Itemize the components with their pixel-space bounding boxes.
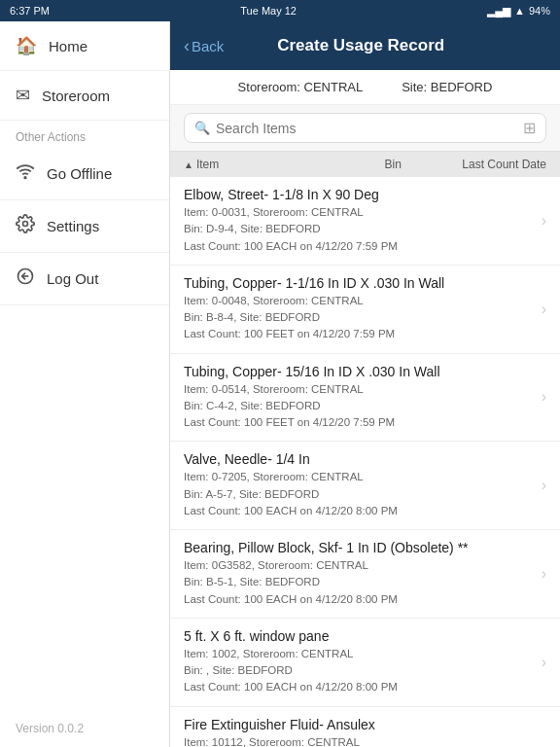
back-chevron-icon: ‹ <box>184 36 190 56</box>
back-label: Back <box>192 38 224 54</box>
chevron-right-icon: › <box>542 565 546 583</box>
storeroom-label: Storeroom: CENTRAL <box>238 80 364 94</box>
search-container: 🔍 ⊞ <box>170 105 560 152</box>
list-item-content: Tubing, Copper- 1-1/16 In ID X .030 In W… <box>184 275 534 343</box>
signal-icon: ▂▄▆ <box>487 5 510 18</box>
storeroom-info: Storeroom: CENTRAL Site: BEDFORD <box>170 70 560 105</box>
sidebar-item-storeroom[interactable]: ✉ Storeroom <box>0 71 169 121</box>
sidebar-item-home[interactable]: 🏠 Home <box>0 21 169 71</box>
battery-level: 94% <box>529 5 550 17</box>
logout-icon <box>16 267 35 291</box>
item-bin: Bin: , Site: BEDFORD <box>184 662 534 679</box>
list-item-content: Tubing, Copper- 15/16 In ID X .030 In Wa… <box>184 364 534 432</box>
storeroom-icon: ✉ <box>16 85 30 106</box>
item-last-count: Last Count: 100 EACH on 4/12/20 7:59 PM <box>184 238 534 255</box>
wifi-icon: ▲ <box>514 5 525 17</box>
col-date-header: Last Count Date <box>435 158 546 171</box>
log-out-label: Log Out <box>47 270 98 287</box>
list-item-content: Bearing, Pillow Block, Skf- 1 In ID (Obs… <box>184 540 534 608</box>
items-list: Elbow, Street- 1-1/8 In X 90 Deg Item: 0… <box>170 177 560 747</box>
item-name: Tubing, Copper- 15/16 In ID X .030 In Wa… <box>184 364 534 379</box>
home-icon: 🏠 <box>16 35 37 56</box>
search-icon: 🔍 <box>194 121 210 135</box>
col-item-header[interactable]: ▲ Item <box>184 158 351 171</box>
list-item[interactable]: 5 ft. X 6 ft. window pane Item: 1002, St… <box>170 619 560 707</box>
page-title: Create Usage Record <box>233 36 488 55</box>
version-label: Version 0.0.2 <box>0 710 169 747</box>
list-item-content: Fire Extinguisher Fluid- Ansulex Item: 1… <box>184 717 534 748</box>
list-item-content: 5 ft. X 6 ft. window pane Item: 1002, St… <box>184 628 534 696</box>
status-date: Tue May 12 <box>240 5 297 17</box>
item-name: 5 ft. X 6 ft. window pane <box>184 628 534 644</box>
wifi-off-icon <box>16 161 35 186</box>
settings-label: Settings <box>47 218 99 234</box>
list-item[interactable]: Fire Extinguisher Fluid- Ansulex Item: 1… <box>170 707 560 748</box>
sidebar: 🏠 Home ✉ Storeroom Other Actions Go Offl… <box>0 21 170 747</box>
item-last-count: Last Count: 100 FEET on 4/12/20 7:59 PM <box>184 326 534 342</box>
list-item[interactable]: Valve, Needle- 1/4 In Item: 0-7205, Stor… <box>170 442 560 530</box>
sort-arrow-icon: ▲ <box>184 160 193 170</box>
list-item-content: Elbow, Street- 1-1/8 In X 90 Deg Item: 0… <box>184 187 534 255</box>
item-bin: Bin: C-4-2, Site: BEDFORD <box>184 398 534 414</box>
item-last-count: Last Count: 100 EACH on 4/12/20 8:00 PM <box>184 591 534 608</box>
status-time: 6:37 PM <box>10 5 50 17</box>
item-number: Item: 0-0514, Storeroom: CENTRAL <box>184 381 534 398</box>
item-name: Bearing, Pillow Block, Skf- 1 In ID (Obs… <box>184 540 534 555</box>
status-bar: 6:37 PM Tue May 12 ▂▄▆ ▲ 94% <box>0 0 560 21</box>
item-name: Tubing, Copper- 1-1/16 In ID X .030 In W… <box>184 275 534 291</box>
sidebar-item-log-out[interactable]: Log Out <box>0 253 169 305</box>
header: ‹ Back Create Usage Record <box>170 21 560 70</box>
item-number: Item: 1002, Storeroom: CENTRAL <box>184 646 534 662</box>
list-item[interactable]: Tubing, Copper- 15/16 In ID X .030 In Wa… <box>170 354 560 443</box>
item-bin: Bin: A-5-7, Site: BEDFORD <box>184 486 534 503</box>
item-number: Item: 10112, Storeroom: CENTRAL <box>184 734 534 748</box>
search-input[interactable] <box>216 121 523 136</box>
sidebar-item-go-offline[interactable]: Go Offline <box>0 148 169 200</box>
list-item-content: Valve, Needle- 1/4 In Item: 0-7205, Stor… <box>184 451 534 519</box>
list-item[interactable]: Bearing, Pillow Block, Skf- 1 In ID (Obs… <box>170 530 560 619</box>
barcode-icon[interactable]: ⊞ <box>523 119 536 137</box>
item-last-count: Last Count: 100 EACH on 4/12/20 8:00 PM <box>184 503 534 519</box>
table-header: ▲ Item Bin Last Count Date <box>170 152 560 177</box>
svg-point-1 <box>23 222 28 227</box>
chevron-right-icon: › <box>542 388 546 406</box>
item-bin: Bin: B-8-4, Site: BEDFORD <box>184 309 534 326</box>
site-label: Site: BEDFORD <box>402 80 492 94</box>
go-offline-label: Go Offline <box>47 165 112 182</box>
chevron-right-icon: › <box>542 654 546 671</box>
item-last-count: Last Count: 100 EACH on 4/12/20 8:00 PM <box>184 679 534 695</box>
chevron-right-icon: › <box>542 212 546 230</box>
list-item[interactable]: Tubing, Copper- 1-1/16 In ID X .030 In W… <box>170 266 560 354</box>
item-number: Item: 0-0048, Storeroom: CENTRAL <box>184 293 534 309</box>
chevron-right-icon: › <box>542 741 546 747</box>
list-item[interactable]: Elbow, Street- 1-1/8 In X 90 Deg Item: 0… <box>170 177 560 266</box>
item-name: Fire Extinguisher Fluid- Ansulex <box>184 717 534 732</box>
back-button[interactable]: ‹ Back <box>184 36 224 56</box>
svg-point-0 <box>24 177 26 179</box>
col-bin-header: Bin <box>351 158 435 171</box>
status-indicators: ▂▄▆ ▲ 94% <box>487 5 550 18</box>
settings-icon <box>16 214 35 238</box>
item-number: Item: 0G3582, Storeroom: CENTRAL <box>184 557 534 574</box>
item-name: Elbow, Street- 1-1/8 In X 90 Deg <box>184 187 534 202</box>
item-bin: Bin: B-5-1, Site: BEDFORD <box>184 574 534 590</box>
item-number: Item: 0-0031, Storeroom: CENTRAL <box>184 204 534 221</box>
other-actions-label: Other Actions <box>0 121 169 148</box>
item-name: Valve, Needle- 1/4 In <box>184 451 534 467</box>
sidebar-item-settings[interactable]: Settings <box>0 200 169 253</box>
sidebar-storeroom-label: Storeroom <box>42 88 110 104</box>
sidebar-home-label: Home <box>49 38 88 54</box>
search-input-wrapper[interactable]: 🔍 ⊞ <box>184 113 546 143</box>
item-bin: Bin: D-9-4, Site: BEDFORD <box>184 221 534 237</box>
item-number: Item: 0-7205, Storeroom: CENTRAL <box>184 469 534 485</box>
chevron-right-icon: › <box>542 477 546 494</box>
main-content: ‹ Back Create Usage Record Storeroom: CE… <box>170 21 560 747</box>
chevron-right-icon: › <box>542 301 546 318</box>
item-last-count: Last Count: 100 FEET on 4/12/20 7:59 PM <box>184 414 534 431</box>
